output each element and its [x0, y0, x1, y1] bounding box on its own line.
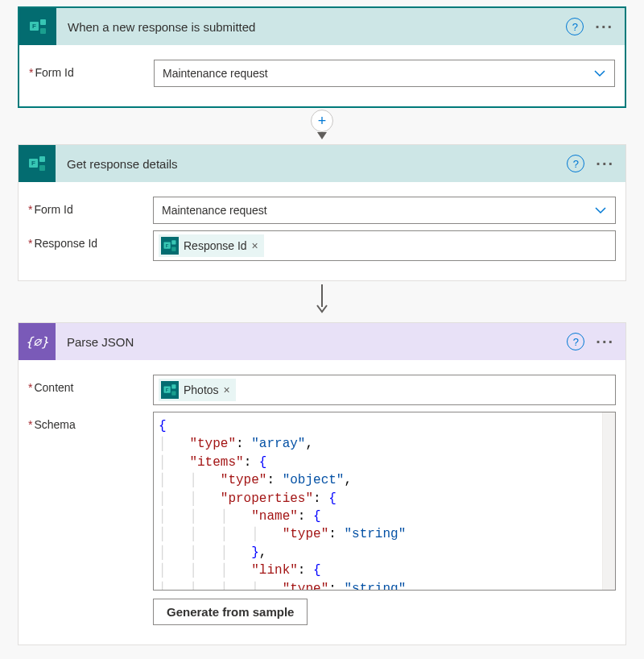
- connector: +: [18, 108, 626, 144]
- chevron-down-icon: [594, 204, 607, 217]
- schema-label: *Schema: [28, 412, 153, 431]
- form-id-value: Maintenance request: [162, 204, 594, 217]
- dynamic-token[interactable]: F Photos ×: [159, 379, 236, 401]
- forms-icon: F: [161, 381, 179, 399]
- help-icon[interactable]: ?: [567, 333, 584, 350]
- add-step-button[interactable]: +: [311, 110, 333, 132]
- forms-icon: F: [161, 237, 179, 255]
- form-id-select[interactable]: Maintenance request: [154, 60, 615, 87]
- schema-textarea[interactable]: { │ "type": "array", │ "items": { │ │ "t…: [153, 412, 616, 591]
- dynamic-token[interactable]: F Response Id ×: [159, 234, 264, 257]
- form-id-label: *Form Id: [28, 197, 153, 216]
- token-label: Response Id: [184, 239, 247, 252]
- connector: [18, 281, 626, 322]
- more-icon[interactable]: ···: [595, 18, 613, 36]
- card-header[interactable]: {∅} Parse JSON ? ···: [19, 323, 625, 360]
- content-input[interactable]: F Photos ×: [153, 375, 616, 405]
- form-id-label: *Form Id: [29, 60, 154, 79]
- arrow-down-icon: [313, 283, 331, 315]
- trigger-card: F When a new response is submitted ? ···…: [18, 6, 626, 108]
- json-icon: {∅}: [19, 323, 56, 360]
- help-icon[interactable]: ?: [567, 155, 584, 172]
- more-icon[interactable]: ···: [596, 333, 614, 351]
- card-body: *Content F Photos × *Schema { │ "type": …: [19, 360, 625, 644]
- content-label: *Content: [28, 375, 153, 394]
- form-id-select[interactable]: Maintenance request: [153, 197, 616, 224]
- token-label: Photos: [184, 383, 219, 396]
- generate-from-sample-button[interactable]: Generate from sample: [153, 599, 308, 625]
- card-body: *Form Id Maintenance request: [19, 45, 625, 106]
- card-title: Parse JSON: [56, 335, 567, 349]
- close-icon[interactable]: ×: [252, 239, 258, 252]
- response-id-label: *Response Id: [28, 230, 153, 250]
- card-title: Get response details: [56, 157, 567, 171]
- forms-icon: F: [19, 8, 56, 45]
- response-id-input[interactable]: F Response Id ×: [153, 230, 616, 261]
- action-card-parse-json: {∅} Parse JSON ? ··· *Content F Photos ×…: [18, 322, 626, 645]
- card-body: *Form Id Maintenance request *Response I…: [19, 182, 625, 280]
- action-card-get-response: F Get response details ? ··· *Form Id Ma…: [18, 144, 626, 281]
- scrollbar[interactable]: [602, 412, 615, 590]
- card-header[interactable]: F Get response details ? ···: [19, 145, 625, 182]
- form-id-value: Maintenance request: [163, 67, 593, 80]
- help-icon[interactable]: ?: [566, 18, 584, 35]
- forms-icon: F: [19, 145, 56, 182]
- more-icon[interactable]: ···: [596, 155, 614, 173]
- card-header[interactable]: F When a new response is submitted ? ···: [19, 8, 625, 45]
- close-icon[interactable]: ×: [224, 383, 230, 396]
- card-title: When a new response is submitted: [56, 20, 566, 34]
- chevron-down-icon: [593, 67, 606, 80]
